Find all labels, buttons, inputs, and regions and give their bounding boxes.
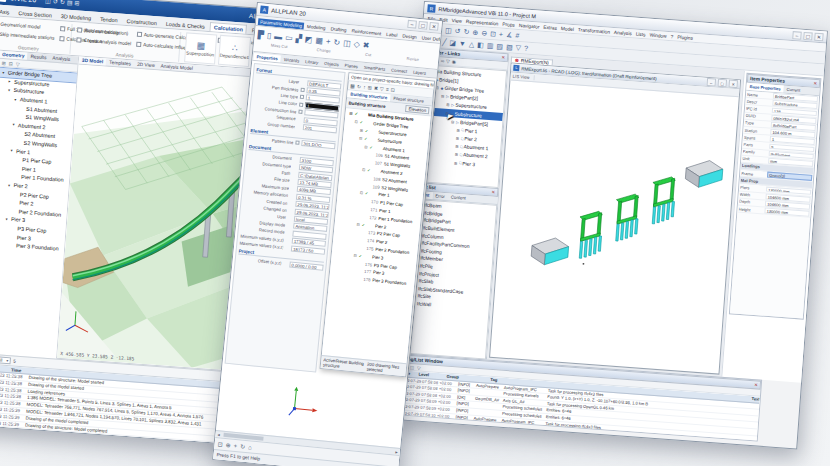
- link-icon[interactable]: ∞: [441, 58, 445, 63]
- fit-view-icon[interactable]: ⊡: [490, 28, 497, 38]
- support-icon[interactable]: △: [469, 39, 475, 49]
- civil-ribbon-tab[interactable]: Tendon: [96, 14, 122, 25]
- expand-icon[interactable]: ⊟: [361, 167, 366, 172]
- grid-icon[interactable]: #: [515, 30, 520, 40]
- pin-icon[interactable]: ◉: [452, 59, 457, 64]
- expand-icon[interactable]: ▾: [4, 216, 9, 221]
- menu-item[interactable]: Lists: [636, 31, 646, 37]
- ribbon-tab[interactable]: Label: [384, 31, 400, 39]
- rotate-tool-icon[interactable]: ↻: [333, 37, 341, 47]
- wireframe-icon[interactable]: ▥: [487, 40, 494, 50]
- expand-icon[interactable]: ▾: [9, 148, 14, 153]
- settings-icon[interactable]: ⊡: [390, 86, 395, 92]
- pan-icon[interactable]: +: [233, 442, 237, 448]
- log-filter-select[interactable]: Show all: [0, 355, 11, 364]
- maximize-button[interactable]: ▢: [418, 21, 428, 30]
- save-icon[interactable]: ◫: [45, 0, 51, 4]
- section-icon[interactable]: ◪: [449, 37, 456, 47]
- zoom-in-icon[interactable]: ⊕: [472, 27, 479, 37]
- member-icon[interactable]: ╱: [442, 37, 447, 47]
- close-icon[interactable]: ✕: [754, 382, 758, 387]
- menu-item[interactable]: Extras: [543, 24, 557, 30]
- expand-icon[interactable]: ⊞: [454, 144, 459, 149]
- collapse-all-icon[interactable]: ⊟: [9, 60, 14, 66]
- event-tab[interactable]: Error: [432, 192, 448, 200]
- expand-icon[interactable]: ⊟: [445, 110, 450, 115]
- expand-icon[interactable]: ⊟: [353, 252, 358, 257]
- new-folder-icon[interactable]: ⊞: [367, 84, 372, 90]
- expand-icon[interactable]: ⊟: [440, 94, 445, 99]
- expand-icon[interactable]: ⊟: [358, 135, 363, 140]
- layers-icon[interactable]: ▧: [506, 42, 513, 52]
- minimize-button[interactable]: –: [407, 20, 417, 29]
- checkbox-icon[interactable]: [300, 95, 304, 99]
- expand-icon[interactable]: ⊞: [445, 102, 450, 107]
- delete-icon[interactable]: ✖: [374, 85, 379, 91]
- load-icon[interactable]: ▼: [459, 38, 467, 48]
- filter-icon[interactable]: ▽: [446, 59, 450, 64]
- menu-item[interactable]: Window: [649, 32, 666, 38]
- menu-item[interactable]: View: [452, 18, 463, 24]
- wall-tool-icon[interactable]: ▛: [257, 30, 264, 40]
- home-view-icon[interactable]: ⌂: [248, 444, 252, 450]
- redo-icon[interactable]: ↻: [60, 0, 66, 5]
- beam-tool-icon[interactable]: ▬: [274, 31, 283, 41]
- undo-icon[interactable]: ↺: [454, 26, 461, 36]
- properties-tab[interactable]: Current: [783, 86, 803, 94]
- civil-ribbon-tab[interactable]: Axis: [0, 6, 14, 16]
- elevation-button[interactable]: Elevation: [405, 105, 429, 114]
- slab-tool-icon[interactable]: ▭: [285, 32, 293, 42]
- menu-item[interactable]: Analysis: [614, 30, 632, 36]
- expand-icon[interactable]: ▾: [1, 70, 6, 75]
- menu-item[interactable]: Model: [561, 26, 574, 32]
- expand-icon[interactable]: ▾: [6, 87, 11, 92]
- stair-tool-icon[interactable]: ▞: [295, 33, 302, 43]
- expand-icon[interactable]: ⊟: [348, 111, 353, 116]
- mesh-tool-icon[interactable]: ▦: [315, 35, 323, 45]
- menu-item[interactable]: Transformation: [578, 27, 610, 34]
- filter-log-icon[interactable]: ▽: [417, 365, 421, 370]
- delete-tool-icon[interactable]: ✖: [362, 40, 370, 50]
- measure-icon[interactable]: ∡: [506, 30, 513, 40]
- expand-icon[interactable]: ▸: [7, 79, 12, 84]
- checkbox-icon[interactable]: [298, 110, 302, 114]
- expand-icon[interactable]: ⊟: [354, 119, 359, 124]
- roof-tool-icon[interactable]: ◩: [304, 34, 312, 44]
- save-log-icon[interactable]: ◫: [410, 364, 415, 369]
- stretch-tool-icon[interactable]: ◇: [353, 39, 360, 49]
- expand-icon[interactable]: ▾: [11, 122, 16, 127]
- mirror-tool-icon[interactable]: ◫: [343, 38, 351, 48]
- checkbox-icon[interactable]: [295, 141, 299, 145]
- substructure-3d-scene[interactable]: [490, 81, 739, 374]
- superposition-button[interactable]: ▦Superposition: [184, 32, 217, 64]
- pan-icon[interactable]: +: [499, 29, 504, 39]
- close-icon[interactable]: ✕: [813, 81, 817, 86]
- expand-icon[interactable]: ▾: [13, 96, 18, 101]
- refresh-icon[interactable]: ↻: [357, 83, 362, 89]
- filter-icon[interactable]: ▽: [16, 60, 20, 66]
- undo-icon[interactable]: ↺: [53, 0, 59, 5]
- expand-icon[interactable]: ⊞: [455, 136, 460, 141]
- render-icon[interactable]: ◧: [477, 40, 484, 50]
- list-view-icon[interactable]: ≡: [386, 86, 389, 92]
- up-level-icon[interactable]: ↑: [363, 84, 366, 90]
- maximize-button[interactable]: ▢: [803, 31, 813, 40]
- expand-icon[interactable]: ⊟: [356, 221, 361, 226]
- checkbox-icon[interactable]: [300, 88, 304, 92]
- dependencies-button[interactable]: ∴Dependencies: [218, 35, 251, 67]
- close-icon[interactable]: ✕: [491, 189, 495, 194]
- rotate-view-icon[interactable]: ↻: [240, 442, 246, 449]
- lis-view-header[interactable]: LIS View: [513, 74, 535, 81]
- zoom-in-icon[interactable]: ⊕: [225, 441, 231, 448]
- expand-icon[interactable]: ▾: [6, 182, 11, 187]
- menu-item[interactable]: Representation: [466, 19, 499, 26]
- redo-icon[interactable]: ↻: [463, 26, 470, 36]
- zoom-all-icon[interactable]: ⊡: [217, 440, 223, 447]
- expand-icon[interactable]: ⊟: [450, 119, 455, 124]
- filter-icon[interactable]: ▽: [380, 85, 384, 91]
- help-icon[interactable]: ?: [524, 43, 529, 53]
- filter-icon[interactable]: ▽: [515, 42, 521, 52]
- expand-icon[interactable]: ⊟: [363, 144, 368, 149]
- expand-icon[interactable]: ⊞: [454, 152, 459, 157]
- menu-item[interactable]: Props: [502, 21, 515, 27]
